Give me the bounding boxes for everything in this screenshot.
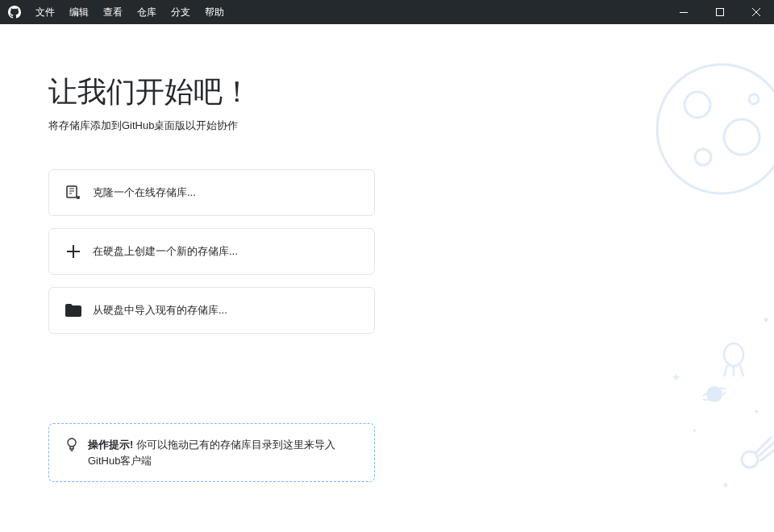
close-button[interactable] [738, 0, 774, 24]
menu-view[interactable]: 查看 [97, 0, 129, 24]
folder-icon [65, 302, 81, 318]
svg-point-9 [724, 343, 743, 366]
plus-icon [65, 243, 81, 260]
github-logo-icon [8, 6, 21, 19]
comet-decoration-icon [738, 435, 774, 472]
lightbulb-icon [65, 437, 78, 468]
main-content: 让我们开始吧！ 将存储库添加到GitHub桌面版以开始协作 克隆一个在线存储库.… [0, 24, 774, 532]
window-controls [665, 0, 774, 24]
moon-decoration-icon [653, 60, 774, 197]
tip-box: 操作提示! 你可以拖动已有的存储库目录到这里来导入GitHub客户端 [48, 423, 375, 482]
star-decoration-icon: ✦ [762, 314, 770, 326]
menu-help[interactable]: 帮助 [198, 0, 231, 24]
titlebar-left: 文件 编辑 查看 仓库 分支 帮助 [0, 0, 231, 24]
svg-point-3 [68, 438, 76, 447]
star-decoration-icon: ✦ [692, 427, 697, 434]
clone-icon [65, 185, 81, 201]
minimize-button[interactable] [665, 0, 701, 24]
action-list: 克隆一个在线存储库... 在硬盘上创建一个新的存储库... 从硬盘中导入现有的存… [48, 169, 375, 334]
star-decoration-icon: ✦ [722, 480, 730, 491]
svg-rect-1 [716, 9, 723, 16]
create-repo-button[interactable]: 在硬盘上创建一个新的存储库... [48, 228, 375, 275]
menu-file[interactable]: 文件 [29, 0, 61, 24]
star-decoration-icon: ✦ [672, 371, 681, 384]
add-local-repo-button[interactable]: 从硬盘中导入现有的存储库... [48, 287, 375, 334]
tip-label: 操作提示! [88, 438, 133, 451]
menu-edit[interactable]: 编辑 [63, 0, 95, 24]
menu-repository[interactable]: 仓库 [131, 0, 163, 24]
menu-branch[interactable]: 分支 [164, 0, 197, 24]
maximize-button[interactable] [701, 0, 738, 24]
tip-text: 操作提示! 你可以拖动已有的存储库目录到这里来导入GitHub客户端 [88, 437, 358, 468]
svg-point-8 [749, 94, 759, 104]
star-decoration-icon: ✦ [753, 407, 759, 416]
action-label: 在硬盘上创建一个新的存储库... [93, 244, 238, 259]
action-label: 克隆一个在线存储库... [93, 185, 196, 200]
svg-point-7 [695, 149, 711, 165]
titlebar: 文件 编辑 查看 仓库 分支 帮助 [0, 0, 774, 24]
svg-rect-0 [680, 12, 688, 13]
telescope-decoration-icon [718, 343, 750, 379]
planet-decoration-icon [703, 383, 726, 405]
action-label: 从硬盘中导入现有的存储库... [93, 303, 227, 318]
svg-point-5 [685, 92, 710, 118]
svg-point-6 [724, 119, 759, 155]
svg-rect-2 [67, 186, 77, 197]
clone-repo-button[interactable]: 克隆一个在线存储库... [48, 169, 375, 216]
svg-point-12 [742, 451, 758, 468]
